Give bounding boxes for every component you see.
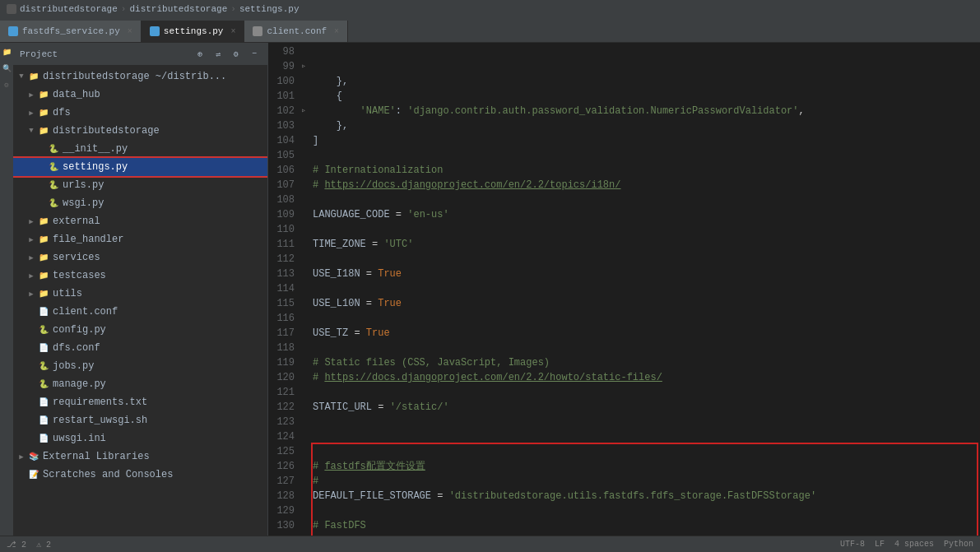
tree-item-data-hub[interactable]: ▶ 📁 data_hub <box>13 86 267 104</box>
status-indent: 4 spaces <box>894 540 934 549</box>
tree-scratch-label: Scratches and Consoles <box>43 469 173 480</box>
tree-dfc-label: dfs.conf <box>53 342 100 354</box>
tree-item-wsgi[interactable]: 🐍 wsgi.py <box>13 194 267 212</box>
tree-utils-arrow: ▶ <box>26 289 36 299</box>
tree-root[interactable]: ▼ 📁 distributedstorage ~/distrib... <box>13 67 267 86</box>
tree-cfg-arrow <box>26 325 36 335</box>
toolbar-settings-btn[interactable]: ⚙ <box>230 48 243 61</box>
tree-rst-label: restart_uwsgi.sh <box>53 415 147 426</box>
tab-settings-label: settings.py <box>164 26 224 36</box>
tree-item-jobs[interactable]: 🐍 jobs.py <box>13 357 267 375</box>
tree-ext-arrow: ▶ <box>26 216 36 226</box>
tree-ds-icon: 📁 <box>38 125 49 137</box>
tree-dfs-label: dfs <box>53 107 71 118</box>
tab-settings[interactable]: settings.py × <box>142 21 245 42</box>
tree-scratch-icon: 📝 <box>28 469 39 480</box>
tree-req-arrow <box>26 397 36 407</box>
status-warnings: ⚠ 2 <box>36 540 51 550</box>
toolbar-minus-btn[interactable]: − <box>248 48 261 61</box>
tree-fh-arrow: ▶ <box>26 234 36 244</box>
tree-dfs-icon: 📁 <box>38 107 49 118</box>
tree-wsgi-arrow <box>36 198 46 208</box>
tree-dfs-arrow: ▶ <box>26 108 36 118</box>
tree-extlibs-icon: 📚 <box>28 451 39 462</box>
tree-ds-arrow: ▼ <box>26 126 36 136</box>
tree-root-label: distributedstorage ~/distrib... <box>43 71 226 82</box>
tree-item-manage[interactable]: 🐍 manage.py <box>13 375 267 393</box>
tree-settings-label: settings.py <box>63 161 128 173</box>
tab-settings-close[interactable]: × <box>230 27 235 36</box>
tree-urls-arrow <box>36 180 46 190</box>
tree-item-init[interactable]: 🐍 __init__.py <box>13 140 267 158</box>
tree-cc-label: client.conf <box>53 306 118 318</box>
gutter-icon-2[interactable]: 🔍 <box>1 63 12 74</box>
tree-item-client-conf[interactable]: 📄 client.conf <box>13 303 267 321</box>
tree-uwsgi-arrow <box>26 434 36 443</box>
title-bar: distributedstorage › distributedstorage … <box>0 0 980 18</box>
toolbar-split-btn[interactable]: ⇌ <box>211 48 225 61</box>
editor[interactable]: 98 99 100 101 102 103 104 105 106 107 10… <box>268 43 980 536</box>
tree-item-filehandler[interactable]: ▶ 📁 file_handler <box>13 230 267 248</box>
tree-init-arrow <box>36 144 46 154</box>
tree-uwsgi-icon: 📄 <box>38 433 49 444</box>
tree-cc-arrow <box>26 307 36 317</box>
tab-client-label: client.conf <box>267 26 327 36</box>
tree-item-config[interactable]: 🐍 config.py <box>13 321 267 339</box>
tree-fh-icon: 📁 <box>38 234 49 245</box>
tab-client-close[interactable]: × <box>334 27 339 36</box>
tree-req-icon: 📄 <box>38 397 49 408</box>
tree-item-requirements[interactable]: 📄 requirements.txt <box>13 393 267 411</box>
tree-svc-icon: 📁 <box>38 252 49 263</box>
tree-item-testcases[interactable]: ▶ 📁 testcases <box>13 267 267 285</box>
tree-cc-icon: 📄 <box>38 306 49 318</box>
tree-item-external[interactable]: ▶ 📁 external <box>13 212 267 230</box>
code-editor-content[interactable]: }, { 'NAME': 'django.contrib.auth.passwo… <box>309 43 980 536</box>
tree-urls-label: urls.py <box>63 179 104 191</box>
tree-extlibs-label: External Libraries <box>43 451 150 462</box>
tree-item-restart[interactable]: 📄 restart_uwsgi.sh <box>13 411 267 429</box>
tree-ds-label: distributedstorage <box>53 125 160 137</box>
tree-tc-icon: 📁 <box>38 270 49 281</box>
tree-scratch-arrow <box>16 470 26 480</box>
tab-bar: fastdfs_service.py × settings.py × clien… <box>0 18 980 43</box>
tree-mgr-label: manage.py <box>53 378 106 390</box>
tree-item-services[interactable]: ▶ 📁 services <box>13 248 267 267</box>
tree-dfc-arrow <box>26 343 36 353</box>
toolbar-globe-btn[interactable]: ⊕ <box>193 48 207 61</box>
tree-utils-label: utils <box>53 288 82 299</box>
tree-datahub-label: data_hub <box>53 89 100 100</box>
tree-root-icon: 📁 <box>28 71 39 82</box>
tree-utils-icon: 📁 <box>38 288 49 299</box>
tree-item-distributedstorage[interactable]: ▼ 📁 distributedstorage <box>13 122 267 140</box>
tree-item-uwsgi[interactable]: 📄 uwsgi.ini <box>13 429 267 448</box>
tree-settings-icon: 🐍 <box>48 161 59 173</box>
tab-settings-icon <box>150 26 160 36</box>
tree-req-label: requirements.txt <box>53 397 147 408</box>
tree-item-dfs[interactable]: ▶ 📁 dfs <box>13 104 267 122</box>
tree-item-extlibs[interactable]: ▶ 📚 External Libraries <box>13 448 267 466</box>
tree-item-settings[interactable]: 🐍 settings.py <box>13 158 267 176</box>
breadcrumb: distributedstorage › distributedstorage … <box>20 4 300 14</box>
tree-item-utils[interactable]: ▶ 📁 utils <box>13 285 267 303</box>
tree-wsgi-icon: 🐍 <box>48 197 59 209</box>
tree-datahub-icon: 📁 <box>38 89 49 100</box>
tree-item-scratches[interactable]: 📝 Scratches and Consoles <box>13 466 267 484</box>
tree-cfg-icon: 🐍 <box>38 324 49 336</box>
tree-item-urls[interactable]: 🐍 urls.py <box>13 176 267 194</box>
tab-client[interactable]: client.conf × <box>244 21 348 42</box>
gutter-icon-3[interactable]: ⚙ <box>1 79 12 90</box>
tab-fastdfs-close[interactable]: × <box>128 27 132 36</box>
status-line-sep: LF <box>875 540 885 549</box>
tree-init-label: __init__.py <box>63 143 128 155</box>
tree-urls-icon: 🐍 <box>48 179 59 191</box>
status-lang: Python <box>944 540 973 549</box>
tree-item-dfs-conf[interactable]: 📄 dfs.conf <box>13 339 267 357</box>
breadcrumb-sep1: › <box>121 4 127 14</box>
gutter-project-icon[interactable]: 📁 <box>1 46 12 58</box>
tree-init-icon: 🐍 <box>48 143 59 155</box>
content-area: 📁 🔍 ⚙ Project ⊕ ⇌ ⚙ − ▼ 📁 distributedsto… <box>0 43 980 536</box>
status-encoding: UTF-8 <box>840 540 865 549</box>
tab-fastdfs[interactable]: fastdfs_service.py × <box>0 21 142 42</box>
breadcrumb-part2: distributedstorage <box>129 4 227 14</box>
tree-svc-arrow: ▶ <box>26 253 36 262</box>
